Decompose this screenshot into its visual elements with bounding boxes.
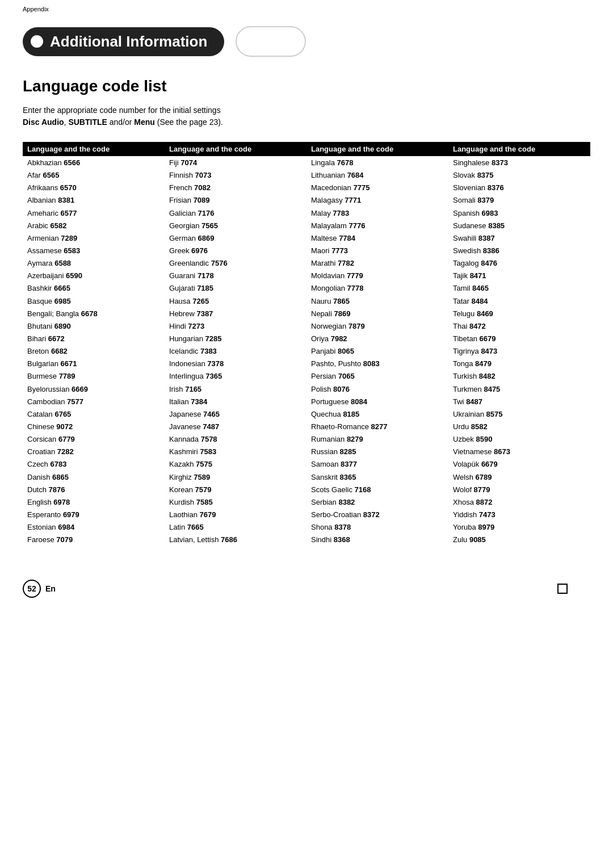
list-item: Pashto, Pushto 8083 [311,358,444,370]
table-cell: Yoruba 8979 [448,521,590,533]
footer: 52 En [0,580,613,598]
table-cell: Oriya 7982 [306,332,448,345]
table-cell: Tamil 8465 [448,282,590,294]
list-item: Mongolian 7778 [311,283,444,294]
list-item: Hindi 7273 [169,321,302,332]
list-item: Yoruba 8979 [453,522,586,533]
section-title: Additional Information [50,33,207,51]
table-cell: Breton 6682 [23,345,165,357]
table-cell: Malay 7783 [306,207,448,219]
table-cell: Czech 6783 [23,458,165,470]
table-cell: Tagalog 8476 [448,257,590,269]
empty-pill [236,26,306,57]
list-item: Zulu 9085 [453,534,586,546]
col-header-2: Language and the code [165,142,306,156]
table-cell: Irish 7165 [165,383,306,395]
table-cell: Icelandic 7383 [165,345,306,357]
list-item: Nepali 7869 [311,308,444,320]
list-item: Korean 7579 [169,484,302,496]
table-cell: Estonian 6984 [23,521,165,533]
table-cell: Lithuanian 7684 [306,169,448,181]
table-cell: Hebrew 7387 [165,307,306,320]
page-number: 52 [23,580,41,598]
table-cell: Singhalese 8373 [448,156,590,169]
table-cell: Catalan 6765 [23,408,165,420]
list-item: Croatian 7282 [27,446,160,458]
table-cell: Telugu 8469 [448,307,590,320]
list-item: Marathi 7782 [311,258,444,269]
list-item: Spanish 6983 [453,208,586,219]
list-item: Uzbek 8590 [453,434,586,445]
table-cell: Zulu 9085 [448,533,590,546]
table-cell: Bhutani 6890 [23,320,165,332]
list-item: Laothian 7679 [169,509,302,521]
table-cell: Danish 6865 [23,471,165,483]
list-item: Javanese 7487 [169,421,302,433]
table-cell: Spanish 6983 [448,207,590,219]
list-item: Tagalog 8476 [453,258,586,269]
list-item: Arabic 6582 [27,220,160,232]
table-cell: Marathi 7782 [306,257,448,269]
table-cell: Rhaeto-Romance 8277 [306,420,448,433]
list-item: Lithuanian 7684 [311,170,444,181]
table-cell: Fiji 7074 [165,156,306,169]
list-item: Basque 6985 [27,296,160,307]
table-cell: Sindhi 8368 [306,533,448,546]
list-item: Thai 8472 [453,321,586,332]
list-item: Volapük 6679 [453,459,586,470]
list-item: Estonian 6984 [27,522,160,533]
list-item: Faroese 7079 [27,534,160,546]
list-item: Guarani 7178 [169,270,302,282]
table-cell: Albanian 8381 [23,194,165,206]
list-item: Assamese 6583 [27,245,160,257]
table-cell: Twi 8487 [448,395,590,408]
table-cell: Latvian, Lettish 7686 [165,533,306,546]
list-item: Galician 7176 [169,208,302,219]
list-item: Aymara 6588 [27,258,160,269]
table-cell: Kannada 7578 [165,433,306,445]
table-cell: Swahili 8387 [448,232,590,244]
page-title: Language code list [23,77,590,95]
header: Additional Information [0,0,613,57]
list-item: Malayalam 7776 [311,220,444,232]
list-item: Kurdish 7585 [169,497,302,508]
list-item: Xhosa 8872 [453,497,586,508]
list-item: English 6978 [27,497,160,508]
table-cell: Armenian 7289 [23,232,165,244]
list-item: Tonga 8479 [453,358,586,370]
list-item: Rhaeto-Romance 8277 [311,421,444,433]
list-item: Hebrew 7387 [169,308,302,320]
table-cell: Wolof 8779 [448,483,590,496]
table-cell: Assamese 6583 [23,244,165,257]
list-item: Latin 7665 [169,522,302,533]
table-cell: Kazakh 7575 [165,458,306,470]
list-item: Turkmen 8475 [453,384,586,395]
list-item: Vietnamese 8673 [453,446,586,458]
table-cell: Sanskrit 8365 [306,471,448,483]
list-item: Malay 7783 [311,208,444,219]
table-cell: Tonga 8479 [448,357,590,370]
section-title-pill: Additional Information [23,27,224,56]
table-cell: Azerbaijani 6590 [23,269,165,282]
table-cell: Corsican 6779 [23,433,165,445]
list-item: Portuguese 8084 [311,396,444,408]
list-item: Albanian 8381 [27,195,160,206]
list-item: French 7082 [169,182,302,194]
list-item: Nauru 7865 [311,296,444,307]
table-cell: Nepali 7869 [306,307,448,320]
list-item: Kashmiri 7583 [169,446,302,458]
list-item: Corsican 6779 [27,434,160,445]
list-item: Twi 8487 [453,396,586,408]
table-cell: Chinese 9072 [23,420,165,433]
table-cell: Javanese 7487 [165,420,306,433]
table-cell: English 6978 [23,496,165,508]
table-cell: Somali 8379 [448,194,590,206]
table-cell: Scots Gaelic 7168 [306,483,448,496]
list-item: Bashkir 6665 [27,283,160,294]
list-item: Slovenian 8376 [453,182,586,194]
list-item: Bengali; Bangla 6678 [27,308,160,320]
list-item: Welsh 6789 [453,472,586,483]
list-item: Italian 7384 [169,396,302,408]
list-item: Wolof 8779 [453,484,586,496]
col-header-4: Language and the code [448,142,590,156]
